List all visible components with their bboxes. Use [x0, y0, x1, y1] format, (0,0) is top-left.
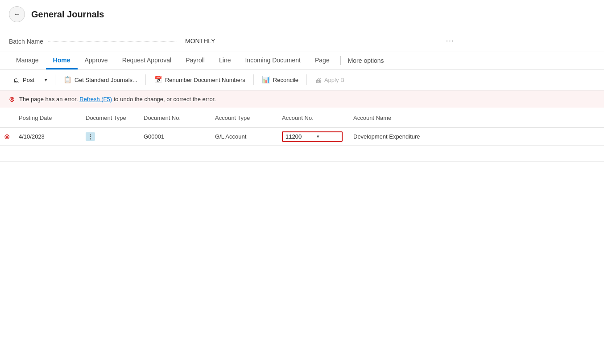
- reconcile-icon: 📊: [262, 76, 270, 84]
- renumber-icon: 📅: [154, 76, 162, 84]
- get-standard-icon: 📋: [63, 76, 72, 84]
- batch-name-label: Batch Name: [9, 38, 182, 45]
- get-standard-label: Get Standard Journals...: [74, 77, 137, 83]
- reconcile-button[interactable]: 📊 Reconcile: [257, 73, 303, 86]
- post-button[interactable]: 🗂 Post: [9, 74, 39, 86]
- error-bar-icon: ⊗: [9, 95, 15, 103]
- row-error-indicator: ⊗: [0, 129, 13, 144]
- toolbar-sep-1: [55, 74, 55, 85]
- doc-type-dots-icon[interactable]: ⋮: [87, 133, 93, 140]
- tab-page[interactable]: Page: [308, 52, 337, 70]
- table-row: ⊗ 4/10/2023 ⋮ G00001 G/L Account ▾ Devel…: [0, 128, 604, 146]
- account-no-input[interactable]: [285, 133, 317, 140]
- batch-name-row: Batch Name MONTHLY ···: [0, 27, 604, 52]
- refresh-link[interactable]: Refresh (F5): [79, 96, 112, 102]
- post-dropdown[interactable]: ▾: [41, 74, 51, 86]
- tab-incoming-document[interactable]: Incoming Document: [238, 52, 308, 70]
- col-account-no: Account No.: [277, 112, 348, 124]
- tab-payroll[interactable]: Payroll: [178, 52, 212, 70]
- col-account-name: Account Name: [348, 112, 604, 124]
- toolbar-sep-3: [253, 74, 254, 85]
- row-doc-type[interactable]: ⋮: [80, 129, 138, 144]
- row-error-icon: ⊗: [4, 132, 10, 141]
- apply-label: Apply B: [324, 77, 344, 83]
- error-bar-message: The page has an error.: [19, 96, 78, 102]
- post-icon: 🗂: [13, 76, 20, 84]
- toolbar-sep-2: [145, 74, 146, 85]
- col-error: [0, 115, 13, 121]
- back-button[interactable]: ←: [9, 6, 25, 22]
- row-doc-no[interactable]: G00001: [138, 130, 210, 143]
- main-content: Posting Date Document Type Document No. …: [0, 108, 604, 162]
- nav-tabs: Manage Home Approve Request Approval Pay…: [0, 52, 604, 70]
- renumber-label: Renumber Document Numbers: [165, 77, 245, 83]
- doc-type-selected: ⋮: [86, 132, 95, 141]
- batch-name-value: MONTHLY: [185, 37, 215, 45]
- reconcile-label: Reconcile: [273, 77, 298, 83]
- more-options-nav[interactable]: More options: [344, 53, 388, 69]
- error-bar-suffix: to undo the change, or correct the error…: [114, 96, 216, 102]
- apply-icon: 🖨: [315, 76, 322, 84]
- col-account-type: Account Type: [210, 112, 277, 124]
- toolbar-sep-4: [306, 74, 307, 85]
- tab-request-approval[interactable]: Request Approval: [115, 52, 179, 70]
- page-title: General Journals: [31, 9, 104, 20]
- renumber-button[interactable]: 📅 Renumber Document Numbers: [149, 73, 250, 86]
- toolbar: 🗂 Post ▾ 📋 Get Standard Journals... 📅 Re…: [0, 70, 604, 90]
- table-empty-row: [0, 146, 604, 162]
- get-standard-journals-button[interactable]: 📋 Get Standard Journals...: [59, 73, 142, 86]
- row-account-no-cell: ▾: [277, 128, 348, 145]
- batch-name-input[interactable]: MONTHLY ···: [182, 35, 458, 47]
- apply-button[interactable]: 🖨 Apply B: [310, 74, 349, 86]
- tab-manage[interactable]: Manage: [9, 52, 46, 70]
- nav-divider: [340, 56, 341, 65]
- col-document-no: Document No.: [138, 112, 210, 124]
- row-account-type[interactable]: G/L Account: [210, 130, 277, 143]
- error-bar: ⊗ The page has an error. Refresh (F5) to…: [0, 90, 604, 108]
- col-document-type: Document Type: [80, 112, 138, 124]
- table-header: Posting Date Document Type Document No. …: [0, 108, 604, 128]
- tab-approve[interactable]: Approve: [78, 52, 115, 70]
- post-label: Post: [23, 77, 34, 83]
- col-posting-date: Posting Date: [13, 112, 80, 124]
- account-no-input-wrapper[interactable]: ▾: [282, 131, 343, 142]
- row-posting-date[interactable]: 4/10/2023: [13, 130, 80, 143]
- back-icon: ←: [13, 10, 21, 18]
- account-dropdown-icon[interactable]: ▾: [317, 134, 319, 139]
- page-header: ← General Journals: [0, 0, 604, 27]
- tab-home[interactable]: Home: [46, 52, 78, 70]
- batch-more-button[interactable]: ···: [446, 37, 455, 45]
- row-account-name: Development Expenditure: [348, 130, 604, 143]
- tab-line[interactable]: Line: [212, 52, 238, 70]
